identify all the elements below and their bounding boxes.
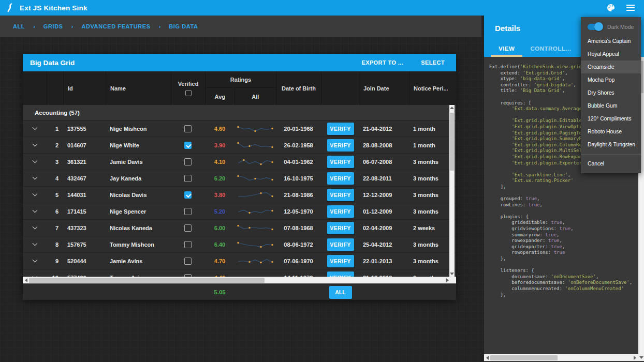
group-header-accounting[interactable]: Accounting (57) (23, 105, 456, 120)
verify-button[interactable]: VERIFY (327, 172, 354, 185)
table-row[interactable]: 3361321Jamie Davis4.1004-01-1962VERIFY06… (23, 154, 456, 170)
scroll-down-icon[interactable] (450, 273, 454, 275)
column-header-notice-period[interactable]: Notice Peri... (409, 71, 449, 105)
menu-item[interactable]: Creamsicle (581, 61, 641, 73)
menu-item[interactable]: Bubble Gum (581, 99, 641, 112)
select-button[interactable]: SELECT (421, 59, 445, 66)
hamburger-menu-icon[interactable] (624, 2, 637, 14)
scroll-left-icon[interactable] (486, 356, 489, 360)
verified-checkbox[interactable] (184, 142, 192, 149)
row-expander-icon[interactable] (32, 208, 37, 213)
cell-dob: 04-01-1962 (276, 154, 321, 170)
scroll-down-icon[interactable] (639, 356, 643, 359)
table-row[interactable]: 2014607Nige White3.9026-02-1958VERIFY28-… (23, 137, 456, 154)
menu-item[interactable]: 120° Compliments (581, 112, 641, 125)
scroll-right-icon[interactable] (446, 278, 449, 282)
summary-all-button[interactable]: ALL (329, 286, 352, 299)
cell-name: Jamie Davis (106, 154, 171, 170)
breadcrumb-item-advanced-features[interactable]: ADVANCED FEATURES (81, 23, 150, 29)
theme-palette-icon[interactable] (605, 2, 617, 14)
column-header-join-date[interactable]: Join Date (360, 71, 409, 105)
verify-button[interactable]: VERIFY (327, 272, 354, 277)
details-horizontal-scrollbar[interactable] (484, 354, 638, 361)
column-header-avg[interactable]: Avg (206, 88, 235, 105)
table-row[interactable]: 7437323Nicolas Kaneda6.0007-08-1968VERIF… (23, 220, 456, 236)
verify-button[interactable]: VERIFY (327, 156, 354, 168)
column-header-ratings-group[interactable]: Ratings Avg All (205, 71, 276, 105)
row-expander-icon[interactable] (32, 158, 37, 163)
column-header-all[interactable]: All (235, 88, 276, 105)
row-expander-icon[interactable] (32, 241, 37, 246)
row-expander-icon[interactable] (32, 258, 37, 263)
verified-checkbox[interactable] (184, 208, 192, 215)
grid-hscroll-thumb[interactable] (29, 278, 265, 283)
cell-join-date: 02-04-2009 (360, 220, 409, 236)
menu-item[interactable]: Roboto House (581, 125, 641, 138)
details-title: Details (495, 24, 520, 33)
row-expander-icon[interactable] (32, 125, 37, 130)
verify-button[interactable]: VERIFY (327, 222, 354, 234)
details-hscroll-thumb[interactable] (490, 355, 558, 360)
dark-mode-toggle[interactable] (588, 24, 602, 30)
cell-dob: 16-10-1975 (276, 170, 321, 186)
menu-item[interactable]: Mocha Pop (581, 73, 641, 86)
verified-checkbox[interactable] (184, 175, 192, 182)
export-to-button[interactable]: EXPORT TO ... (361, 59, 403, 66)
menu-item[interactable]: America's Captain (581, 35, 641, 48)
row-expander-icon[interactable] (32, 175, 37, 180)
cell-id: 437323 (63, 220, 106, 236)
table-row[interactable]: 6171415Nige Spencer5.2012-05-1970VERIFY0… (23, 203, 456, 220)
grid-horizontal-scrollbar[interactable] (23, 277, 456, 283)
breadcrumb-item-all[interactable]: ALL (13, 23, 25, 29)
verify-button[interactable]: VERIFY (327, 123, 354, 135)
breadcrumb-item-grids[interactable]: GRIDS (43, 23, 63, 29)
select-all-checkbox[interactable] (185, 90, 192, 96)
cell-dob: 08-06-1972 (276, 236, 321, 252)
menu-item-cancel[interactable]: Cancel (581, 157, 641, 170)
column-header-id[interactable]: Id (63, 71, 106, 105)
sparkline-chart (235, 120, 276, 137)
verified-checkbox[interactable] (184, 125, 192, 132)
table-row[interactable]: 10577496Tommy Avins4.4014-11-1973VERIFY2… (23, 269, 456, 277)
verify-button[interactable]: VERIFY (327, 205, 354, 218)
verified-checkbox[interactable] (184, 158, 192, 165)
cell-notice-period: 1 month (409, 137, 449, 153)
verify-button[interactable]: VERIFY (327, 189, 354, 201)
tab-view[interactable]: VIEW (491, 40, 522, 57)
grid-vscroll-thumb[interactable] (450, 113, 454, 171)
table-row[interactable]: 5144031Nicolas Davis3.8021-08-1986VERIFY… (23, 187, 456, 203)
tab-controller[interactable]: CONTROLL... (522, 40, 579, 57)
row-expander-icon[interactable] (32, 142, 37, 147)
verified-checkbox[interactable] (184, 241, 192, 248)
table-row[interactable]: 9520444Jamie Avins4.7007-06-1970VERIFY22… (23, 253, 456, 269)
verified-checkbox[interactable] (184, 191, 192, 199)
breadcrumb-item-big-data[interactable]: BIG DATA (169, 23, 198, 29)
row-expander-icon[interactable] (32, 224, 37, 230)
grid-vertical-scrollbar[interactable] (449, 105, 455, 277)
menu-item[interactable]: Daylight & Tungsten (581, 138, 641, 151)
column-header-verify[interactable] (321, 71, 360, 105)
scroll-up-icon[interactable] (450, 107, 454, 109)
scroll-left-icon[interactable] (25, 278, 27, 282)
sparkline-chart (235, 203, 276, 219)
column-header-name[interactable]: Name (106, 71, 171, 105)
row-expander-icon[interactable] (32, 191, 37, 197)
table-row[interactable]: 8157675Tommy Mishcon6.4008-06-1972VERIFY… (23, 236, 456, 253)
table-row[interactable]: 1137555Nige Mishcon4.6020-01-1968VERIFY2… (23, 120, 456, 137)
dark-mode-row[interactable]: Dark Mode (581, 20, 641, 35)
cell-id: 144031 (63, 187, 106, 203)
verify-button[interactable]: VERIFY (327, 238, 354, 251)
cell-name: Tommy Mishcon (106, 236, 171, 252)
column-header-dob[interactable]: Date of Birth (276, 71, 321, 105)
table-row[interactable]: 4432467Jay Kaneda6.2016-10-1975VERIFY22-… (23, 170, 456, 187)
verify-button[interactable]: VERIFY (327, 255, 354, 267)
scroll-right-icon[interactable] (634, 356, 636, 360)
dark-mode-label: Dark Mode (607, 24, 634, 30)
menu-item[interactable]: Dry Shores (581, 86, 641, 99)
menu-item[interactable]: Royal Appeal (581, 48, 641, 61)
column-header-verified[interactable]: Verified (171, 71, 205, 105)
verified-checkbox[interactable] (184, 258, 192, 265)
verified-checkbox[interactable] (184, 224, 192, 232)
row-number: 3 (47, 154, 63, 170)
verify-button[interactable]: VERIFY (327, 139, 354, 152)
